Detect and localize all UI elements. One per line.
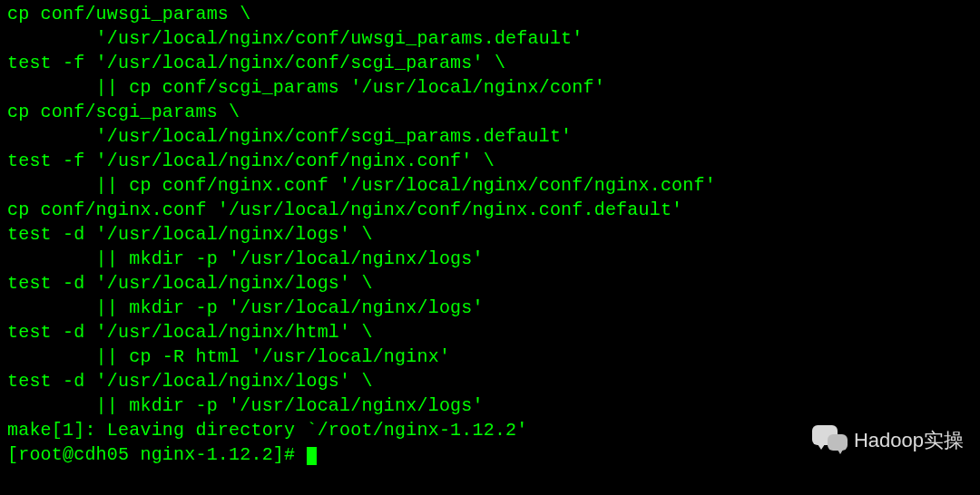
- shell-prompt: [root@cdh05 nginx-1.12.2]#: [7, 444, 295, 465]
- output-line: '/usr/local/nginx/conf/uwsgi_params.defa…: [7, 26, 973, 51]
- watermark: Hadoop实操: [812, 425, 964, 455]
- cursor: [307, 447, 317, 465]
- watermark-text: Hadoop实操: [854, 428, 964, 452]
- output-line: test -f '/usr/local/nginx/conf/nginx.con…: [7, 149, 973, 173]
- output-line: cp conf/nginx.conf '/usr/local/nginx/con…: [7, 198, 973, 222]
- output-line: test -f '/usr/local/nginx/conf/scgi_para…: [7, 51, 973, 75]
- output-line: || cp -R html '/usr/local/nginx': [7, 345, 973, 369]
- wechat-chat-icon: [812, 425, 848, 455]
- output-line: test -d '/usr/local/nginx/logs' \: [7, 222, 973, 247]
- output-line: test -d '/usr/local/nginx/logs' \: [7, 369, 973, 393]
- output-line: '/usr/local/nginx/conf/scgi_params.defau…: [7, 124, 973, 149]
- output-line: || mkdir -p '/usr/local/nginx/logs': [7, 393, 973, 418]
- output-line: test -d '/usr/local/nginx/logs' \: [7, 271, 973, 296]
- output-line: test -d '/usr/local/nginx/html' \: [7, 320, 973, 345]
- output-line: || cp conf/scgi_params '/usr/local/nginx…: [7, 75, 973, 100]
- output-line: cp conf/scgi_params \: [7, 100, 973, 124]
- output-line: || cp conf/nginx.conf '/usr/local/nginx/…: [7, 173, 973, 198]
- terminal-output: cp conf/uwsgi_params \ '/usr/local/nginx…: [7, 2, 973, 467]
- output-line: || mkdir -p '/usr/local/nginx/logs': [7, 296, 973, 320]
- output-line: cp conf/uwsgi_params \: [7, 2, 973, 26]
- output-line: || mkdir -p '/usr/local/nginx/logs': [7, 247, 973, 271]
